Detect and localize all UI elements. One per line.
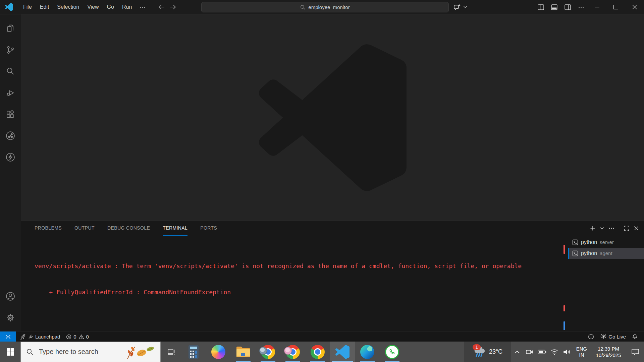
- menu-bar: File Edit Selection View Go Run: [19, 0, 149, 14]
- notifications-bell[interactable]: [629, 331, 641, 342]
- go-live-status-item[interactable]: Go Live: [597, 331, 629, 342]
- menu-go[interactable]: Go: [103, 0, 118, 14]
- panel-more-icon[interactable]: [609, 228, 614, 229]
- scrollbar-running-mark: [564, 321, 565, 330]
- action-center-button[interactable]: [627, 342, 644, 362]
- panel-actions: [590, 221, 639, 236]
- minimize-button[interactable]: [588, 0, 606, 14]
- language-primary: ENG: [576, 346, 587, 352]
- copilot-face-icon: [588, 334, 594, 340]
- terminal-profile-chevron-icon[interactable]: [600, 227, 604, 230]
- clock-time: 12:39 PM: [598, 346, 619, 352]
- toggle-secondary-sidebar-icon[interactable]: [561, 0, 574, 14]
- command-center-search[interactable]: employee_monitor: [201, 2, 449, 12]
- statusbar-right: Go Live: [585, 331, 644, 342]
- maximize-panel-icon[interactable]: [624, 226, 629, 231]
- meet-now-camera-icon[interactable]: [523, 342, 536, 362]
- taskbar-vscode[interactable]: [330, 342, 355, 362]
- taskbar-search-box[interactable]: [20, 342, 161, 362]
- clock-date: 10/29/2025: [596, 352, 621, 358]
- start-button[interactable]: [0, 342, 20, 362]
- copilot-chat-icon: [453, 3, 462, 11]
- remote-icon: [5, 334, 11, 340]
- problems-status-item[interactable]: 0 0: [63, 331, 92, 342]
- warnings-icon: [78, 334, 84, 340]
- remote-indicator[interactable]: [0, 331, 16, 342]
- menu-view[interactable]: View: [83, 0, 103, 14]
- task-view-icon: [167, 348, 175, 356]
- extensions-icon[interactable]: [0, 104, 21, 125]
- editor-area[interactable]: [21, 14, 644, 221]
- search-icon: [300, 5, 306, 10]
- volume-icon[interactable]: [560, 342, 573, 362]
- accounts-icon[interactable]: [0, 286, 21, 307]
- terminal-tab-python-agent[interactable]: python agent: [568, 248, 644, 259]
- menu-run[interactable]: Run: [118, 0, 136, 14]
- tab-debug-console[interactable]: DEBUG CONSOLE: [107, 221, 150, 236]
- toggle-panel-icon[interactable]: [547, 0, 561, 14]
- copilot-app-icon: [211, 345, 225, 359]
- errors-icon: [66, 334, 71, 340]
- layout-more-icon[interactable]: [574, 0, 588, 14]
- taskbar-clock[interactable]: 12:39 PM 10/29/2025: [590, 342, 627, 362]
- taskbar-whatsapp[interactable]: [380, 342, 405, 362]
- live-share-extension-icon[interactable]: [0, 125, 21, 146]
- panel-header: PROBLEMS OUTPUT DEBUG CONSOLE TERMINAL P…: [21, 221, 644, 236]
- terminal-tab-detail: agent: [600, 250, 612, 256]
- tab-problems[interactable]: PROBLEMS: [35, 221, 62, 236]
- menu-edit[interactable]: Edit: [36, 0, 53, 14]
- taskbar-copilot[interactable]: [206, 342, 231, 362]
- terminal-tabs-divider: [567, 236, 567, 331]
- taskbar-weather-widget[interactable]: 1 23°C: [464, 342, 511, 362]
- terminal-line: venv/scripts/activate : The term 'venv/s…: [35, 262, 565, 270]
- taskbar-chrome-3[interactable]: [305, 342, 330, 362]
- battery-icon[interactable]: [536, 342, 548, 362]
- taskbar-file-explorer[interactable]: [231, 342, 256, 362]
- search-sidebar-icon[interactable]: [0, 61, 21, 82]
- close-panel-icon[interactable]: [634, 226, 639, 231]
- wifi-icon[interactable]: [548, 342, 560, 362]
- rocket-icon: [20, 334, 26, 340]
- tab-ports[interactable]: PORTS: [200, 221, 217, 236]
- menu-file[interactable]: File: [19, 0, 36, 14]
- weather-notification-badge: 1: [473, 344, 481, 350]
- bell-icon: [632, 334, 638, 340]
- source-control-icon[interactable]: [0, 39, 21, 61]
- back-arrow-icon[interactable]: [158, 4, 165, 10]
- terminal-line: + FullyQualifiedErrorId : CommandNotFoun…: [35, 288, 565, 297]
- explorer-icon[interactable]: [0, 18, 21, 39]
- forward-arrow-icon[interactable]: [170, 4, 176, 10]
- taskbar-calculator[interactable]: [181, 342, 206, 362]
- chrome-icon: [311, 345, 325, 359]
- chrome-profile-avatar: [259, 347, 267, 355]
- terminal-tab-python-server[interactable]: python server: [568, 237, 644, 248]
- tab-terminal[interactable]: TERMINAL: [163, 221, 187, 236]
- calculator-icon: [187, 345, 200, 359]
- copilot-button[interactable]: [452, 2, 469, 12]
- close-button[interactable]: [625, 0, 644, 14]
- titlebar-controls: [534, 0, 644, 14]
- maximize-button[interactable]: [606, 0, 625, 14]
- new-terminal-icon[interactable]: [590, 226, 595, 231]
- settings-gear-icon[interactable]: [0, 307, 21, 328]
- chevron-down-icon: [463, 6, 467, 8]
- language-indicator[interactable]: ENG IN: [573, 342, 590, 362]
- menu-overflow-icon[interactable]: [136, 0, 149, 14]
- run-debug-icon[interactable]: [0, 82, 21, 104]
- tab-output[interactable]: OUTPUT: [74, 221, 95, 236]
- history-nav: [158, 4, 176, 10]
- activity-bar: [0, 14, 21, 331]
- terminal-line: [35, 314, 565, 323]
- taskbar-chrome-profile-1[interactable]: [256, 342, 280, 362]
- taskbar-chrome-profile-2[interactable]: [280, 342, 305, 362]
- launchpad-status-item[interactable]: Launchpad: [17, 331, 63, 342]
- taskbar-search-input[interactable]: [38, 348, 123, 356]
- task-view-button[interactable]: [161, 342, 181, 362]
- tray-chevron-up-icon[interactable]: [511, 342, 523, 362]
- taskbar-edge[interactable]: [355, 342, 380, 362]
- copilot-status-item[interactable]: [585, 331, 597, 342]
- toggle-sidebar-icon[interactable]: [534, 0, 547, 14]
- taskbar-spacer: [405, 342, 464, 362]
- thunder-client-extension-icon[interactable]: [0, 146, 21, 168]
- menu-selection[interactable]: Selection: [53, 0, 83, 14]
